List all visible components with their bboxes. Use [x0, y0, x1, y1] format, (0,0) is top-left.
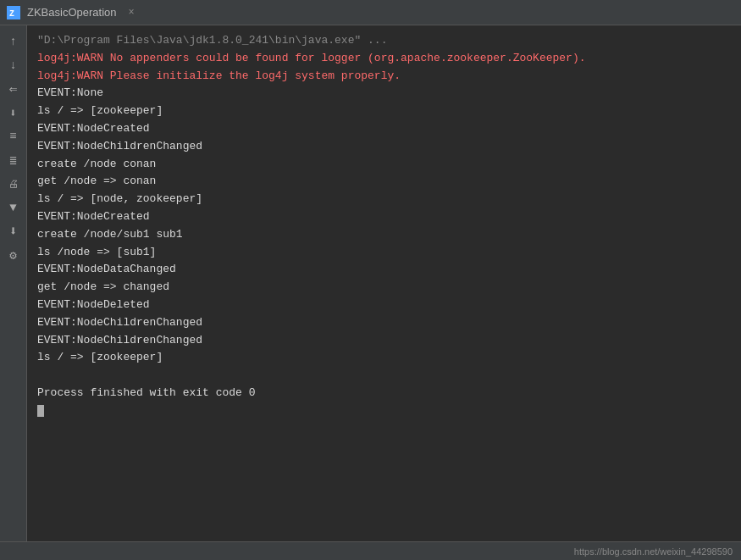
console-line: get /node => changed — [37, 279, 731, 297]
console-line: ls / => [zookeeper] — [37, 349, 731, 367]
close-button[interactable]: × — [129, 7, 135, 19]
cursor-line — [37, 402, 731, 420]
filter-icon[interactable]: ▼ — [4, 198, 23, 217]
title-bar: Z ZKBasicOperation × — [0, 0, 741, 25]
console-line: EVENT:NodeDataChanged — [37, 261, 731, 279]
console-line: EVENT:NodeCreated — [37, 208, 731, 226]
main-area: ↑ ↓ ⇐ ⬇ ≡ ≣ 🖨 ▼ ⬇ ⚙ "D:\Program Files\Ja… — [0, 25, 741, 541]
settings-icon[interactable]: ⚙ — [4, 246, 23, 264]
console-line: EVENT:NodeChildrenChanged — [37, 314, 731, 332]
left-sidebar: ↑ ↓ ⇐ ⬇ ≡ ≣ 🖨 ▼ ⬇ ⚙ — [0, 25, 27, 541]
console-line: create /node conan — [37, 156, 731, 174]
text-cursor — [37, 405, 44, 417]
watermark-text: https://blog.csdn.net/weixin_44298590 — [574, 546, 733, 557]
console-line: log4j:WARN Please initialize the log4j s… — [37, 68, 731, 86]
lines2-icon[interactable]: ≣ — [4, 151, 23, 169]
console-line — [37, 367, 731, 385]
console-line: create /node/sub1 sub1 — [37, 226, 731, 244]
console-line: get /node => conan — [37, 173, 731, 191]
svg-text:Z: Z — [9, 9, 14, 19]
console-line: "D:\Program Files\Java\jdk1.8.0_241\bin\… — [37, 32, 731, 50]
console-line: EVENT:NodeCreated — [37, 120, 731, 138]
app-icon: Z — [7, 6, 20, 19]
window-title: ZKBasicOperation — [27, 6, 117, 19]
console-line: log4j:WARN No appenders could be found f… — [37, 50, 731, 68]
down-arrow-icon[interactable]: ↓ — [4, 56, 23, 75]
print-icon[interactable]: 🖨 — [4, 175, 23, 193]
console-line: ls / => [node, zookeeper] — [37, 191, 731, 208]
left-icon[interactable]: ⇐ — [4, 80, 23, 98]
console-line: EVENT:NodeDeleted — [37, 297, 731, 314]
console-line: EVENT:NodeChildrenChanged — [37, 332, 731, 350]
down2-icon[interactable]: ⬇ — [4, 103, 23, 122]
console-line: Process finished with exit code 0 — [37, 385, 731, 402]
lines-icon[interactable]: ≡ — [4, 127, 23, 146]
console-line: ls / => [zookeeper] — [37, 103, 731, 120]
console-output: "D:\Program Files\Java\jdk1.8.0_241\bin\… — [27, 25, 741, 541]
console-line: EVENT:NodeChildrenChanged — [37, 138, 731, 156]
console-line: ls /node => [sub1] — [37, 244, 731, 262]
scroll-down-icon[interactable]: ⬇ — [4, 222, 23, 241]
up-arrow-icon[interactable]: ↑ — [4, 32, 23, 51]
console-line: EVENT:None — [37, 85, 731, 103]
bottom-bar: https://blog.csdn.net/weixin_44298590 — [0, 541, 741, 560]
